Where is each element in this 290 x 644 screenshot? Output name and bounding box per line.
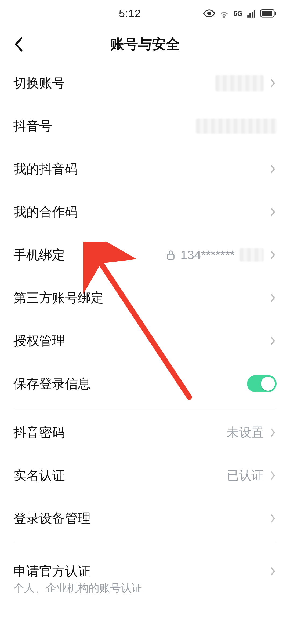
svg-rect-4 bbox=[252, 12, 253, 18]
divider bbox=[13, 408, 277, 408]
row-label: 第三方账号绑定 bbox=[13, 289, 104, 306]
svg-rect-3 bbox=[249, 13, 251, 18]
row-douyin-id[interactable]: 抖音号 bbox=[13, 105, 277, 148]
row-login-devices[interactable]: 登录设备管理 bbox=[13, 497, 277, 540]
svg-rect-9 bbox=[168, 254, 174, 259]
row-label: 登录设备管理 bbox=[13, 510, 91, 527]
chevron-left-icon bbox=[13, 36, 24, 52]
wifi-icon bbox=[219, 8, 230, 19]
row-label: 手机绑定 bbox=[13, 246, 65, 264]
redacted-value bbox=[215, 75, 264, 91]
row-save-login-info: 保存登录信息 bbox=[13, 362, 277, 405]
chevron-right-icon bbox=[269, 567, 277, 575]
save-login-toggle[interactable] bbox=[247, 375, 277, 392]
chevron-right-icon bbox=[269, 471, 277, 480]
svg-rect-2 bbox=[247, 15, 249, 17]
row-value: 134******* bbox=[180, 248, 235, 262]
chevron-right-icon bbox=[269, 208, 277, 216]
status-time: 5:12 bbox=[13, 8, 203, 20]
row-auth-management[interactable]: 授权管理 bbox=[13, 319, 277, 362]
back-button[interactable] bbox=[11, 36, 27, 52]
status-indicators: 5G bbox=[203, 8, 277, 19]
row-subtitle: 个人、企业机构的账号认证 bbox=[13, 581, 277, 606]
svg-point-0 bbox=[208, 12, 211, 15]
svg-rect-7 bbox=[262, 11, 272, 16]
row-label: 抖音号 bbox=[13, 118, 52, 135]
row-label: 申请官方认证 bbox=[13, 563, 91, 580]
row-label: 保存登录信息 bbox=[13, 375, 91, 392]
row-label: 我的抖音码 bbox=[13, 160, 78, 178]
nav-header: 账号与安全 bbox=[0, 27, 290, 62]
chevron-right-icon bbox=[269, 165, 277, 173]
chevron-right-icon bbox=[269, 79, 277, 87]
row-douyin-password[interactable]: 抖音密码 未设置 bbox=[13, 411, 277, 454]
redacted-value bbox=[196, 119, 277, 134]
divider bbox=[13, 543, 277, 543]
chevron-right-icon bbox=[269, 429, 277, 437]
row-switch-account[interactable]: 切换账号 bbox=[13, 62, 277, 105]
network-label: 5G bbox=[233, 9, 243, 18]
row-value: 已认证 bbox=[227, 467, 264, 484]
row-my-partner-code[interactable]: 我的合作码 bbox=[13, 191, 277, 233]
row-my-douyin-code[interactable]: 我的抖音码 bbox=[13, 148, 277, 191]
battery-icon bbox=[260, 9, 277, 18]
chevron-right-icon bbox=[269, 251, 277, 259]
chevron-right-icon bbox=[269, 514, 277, 522]
settings-list: 切换账号 抖音号 我的抖音码 我的合作码 bbox=[0, 62, 290, 606]
chevron-right-icon bbox=[269, 337, 277, 345]
chevron-right-icon bbox=[269, 294, 277, 302]
row-label: 实名认证 bbox=[13, 467, 65, 484]
row-label: 抖音密码 bbox=[13, 424, 65, 441]
svg-point-1 bbox=[224, 16, 225, 18]
svg-rect-8 bbox=[275, 12, 276, 15]
signal-icon bbox=[247, 8, 257, 19]
svg-rect-5 bbox=[254, 10, 255, 17]
row-label: 授权管理 bbox=[13, 332, 65, 349]
status-bar: 5:12 5G bbox=[0, 0, 290, 27]
lock-icon bbox=[166, 249, 176, 261]
row-label: 我的合作码 bbox=[13, 203, 78, 221]
row-label: 切换账号 bbox=[13, 75, 65, 92]
row-third-party-binding[interactable]: 第三方账号绑定 bbox=[13, 276, 277, 319]
eye-icon bbox=[203, 8, 215, 19]
redacted-value bbox=[240, 248, 264, 262]
row-value: 未设置 bbox=[227, 424, 264, 441]
row-phone-binding[interactable]: 手机绑定 134******* bbox=[13, 233, 277, 276]
row-real-name-verify[interactable]: 实名认证 已认证 bbox=[13, 454, 277, 497]
page-title: 账号与安全 bbox=[110, 35, 180, 54]
